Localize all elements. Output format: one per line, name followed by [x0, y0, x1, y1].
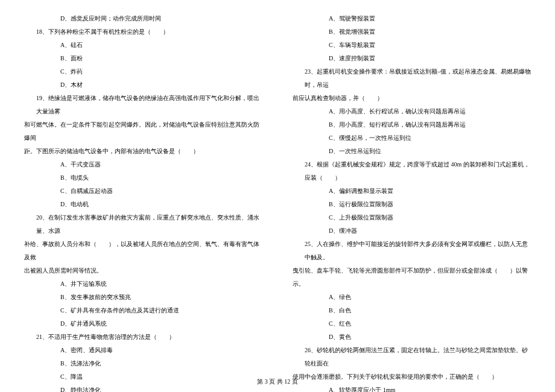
q23-text-line1: 23、起重机司机安全操作要求：吊载接近或达到额–值，或起吊液态金属、易燃易爆物时…: [293, 65, 531, 92]
q20-option-a: A、井下运输系统: [24, 277, 262, 291]
q24-option-a: A、偏斜调整和显示装置: [293, 185, 531, 198]
q25-option-a: A、绿色: [293, 291, 531, 304]
q18-option-b: B、面粉: [24, 52, 262, 65]
q20-option-b: B、发生事故前的突水预兆: [24, 291, 262, 304]
q26-text-line1: 26、砂轮机的砂轮两侧用法兰压紧，固定在转轴上。法兰与砂轮之间需加垫软垫。砂轮柱…: [293, 344, 531, 370]
q23-option-a: A、用小高度、长行程试吊，确认没有问题后再吊运: [293, 105, 531, 118]
q23-option-d: D、一次性吊运到位: [293, 145, 531, 158]
q24-option-b: B、运行极限位置限制器: [293, 198, 531, 211]
q21-option-b: B、洗涤法净化: [24, 357, 262, 370]
q20-option-d: D、矿井通风系统: [24, 317, 262, 330]
q20-text-line2: 补给、事故前人员分布和（ ），以及被堵人员所在地点的空间、氧气、有毒有害气体及救: [24, 238, 262, 264]
q25-option-b: B、白色: [293, 304, 531, 317]
q19-option-d: D、电动机: [24, 198, 262, 211]
q19-option-a: A、干式变压器: [24, 158, 262, 171]
q23-text-line2: 前应认真检查制动器，并（ ）: [293, 92, 531, 105]
q22-option-b: B、视觉增强装置: [293, 25, 531, 39]
q22-option-c: C、车辆导航装置: [293, 39, 531, 52]
q22-option-d: D、速度控制装置: [293, 52, 531, 65]
q17-option-d: D、感觉反应时间；动作完成所用时间: [24, 12, 262, 25]
q19-text-line2: 和可燃气体。在一定条件下能引起空间爆炸。因此，对储油电气设备应特别注意其防火防爆…: [24, 118, 262, 145]
q18-text: 18、下列各种粉尘不属于有机性粉尘的是（ ）: [24, 25, 262, 39]
q18-option-d: D、木材: [24, 78, 262, 92]
page-footer: 第 3 页 共 12 页: [0, 378, 555, 386]
right-column: A、驾驶警报装置 B、视觉增强装置 C、车辆导航装置 D、速度控制装置 23、起…: [278, 12, 531, 356]
q25-text-line1: 25、人在操作、维护中可能接近的旋转部件大多必须有安全网罩或栅栏，以防人无意中触…: [293, 238, 531, 264]
q20-text-line1: 20、在制订发生水害事故矿井的救灾方案前，应重点了解突水地点、突水性质、涌水量、…: [24, 211, 262, 238]
q19-option-c: C、自耦减压起动器: [24, 185, 262, 198]
q24-option-d: D、缓冲器: [293, 224, 531, 238]
q20-text-line3: 出被困人员所需时间等情况。: [24, 264, 262, 277]
q19-text-line3: 距。下图所示的储油电气设备中，内部有油的电气设备是（ ）: [24, 145, 262, 158]
q22-option-a: A、驾驶警报装置: [293, 12, 531, 25]
left-column: D、感觉反应时间；动作完成所用时间 18、下列各种粉尘不属于有机性粉尘的是（ ）…: [24, 12, 278, 356]
q19-text-line1: 19、绝缘油是可燃液体，储存电气设备的绝缘油在高强电弧作用下气化和分解，喷出大量…: [24, 92, 262, 118]
q18-option-c: C、炸药: [24, 65, 262, 78]
q19-option-b: B、电缆头: [24, 171, 262, 185]
q18-option-a: A、硅石: [24, 39, 262, 52]
q25-option-c: C、红色: [293, 317, 531, 330]
q25-option-d: D、黄色: [293, 330, 531, 344]
q21-text: 21、不适用于生产性毒物危害治理的方法是（ ）: [24, 330, 262, 344]
q24-text: 24、根据《起重机械安全规程》规定，跨度等于或超过 40m 的装卸桥和门式起重机…: [293, 158, 531, 185]
q25-text-line2: 曳引轮、盘车手轮、飞轮等光滑圆形部件可不加防护，但应部分或全部涂成（ ）以警示。: [293, 264, 531, 291]
q21-option-a: A、密闭、通风排毒: [24, 344, 262, 357]
q24-option-c: C、上升极限位置限制器: [293, 211, 531, 224]
q23-option-b: B、用小高度、短行程试吊，确认没有问题后再吊运: [293, 118, 531, 131]
page-container: D、感觉反应时间；动作完成所用时间 18、下列各种粉尘不属于有机性粉尘的是（ ）…: [0, 0, 555, 374]
q20-option-c: C、矿井具有生存条件的地点及其进行的通道: [24, 304, 262, 317]
q23-option-c: C、缓慢起吊，一次性吊运到位: [293, 131, 531, 145]
